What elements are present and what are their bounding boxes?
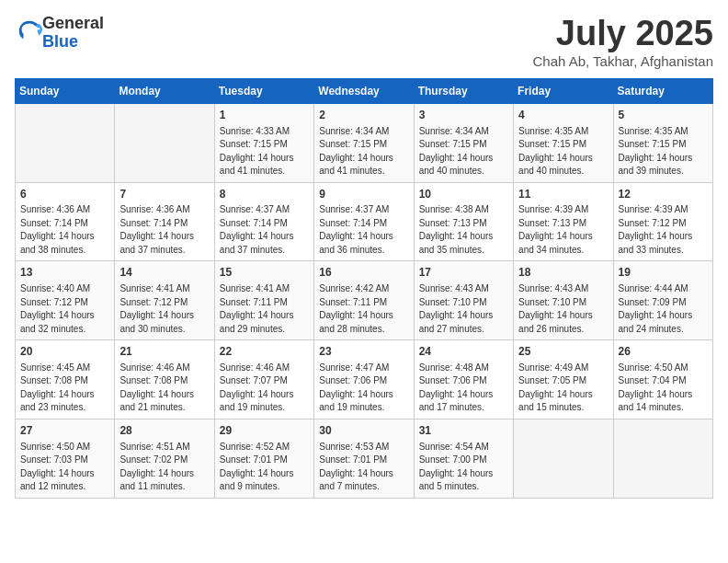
day-info: Sunrise: 4:50 AMSunset: 7:04 PMDaylight:… — [619, 362, 708, 415]
calendar-cell: 16Sunrise: 4:42 AMSunset: 7:11 PMDayligh… — [314, 261, 414, 340]
calendar-cell: 2Sunrise: 4:34 AMSunset: 7:15 PMDaylight… — [314, 103, 414, 182]
location-subtitle: Chah Ab, Takhar, Afghanistan — [532, 53, 713, 69]
day-info: Sunrise: 4:36 AMSunset: 7:14 PMDaylight:… — [119, 203, 209, 257]
calendar-cell: 21Sunrise: 4:46 AMSunset: 7:08 PMDayligh… — [115, 340, 214, 419]
day-number: 23 — [319, 344, 408, 360]
day-number: 12 — [619, 187, 708, 202]
calendar-cell: 17Sunrise: 4:43 AMSunset: 7:10 PMDayligh… — [414, 261, 513, 340]
day-info: Sunrise: 4:48 AMSunset: 7:06 PMDaylight:… — [419, 362, 508, 415]
calendar-week-row: 1Sunrise: 4:33 AMSunset: 7:15 PMDaylight… — [16, 103, 713, 182]
day-number: 18 — [518, 265, 608, 281]
calendar-cell — [115, 103, 214, 182]
day-info: Sunrise: 4:33 AMSunset: 7:15 PMDaylight:… — [220, 125, 309, 178]
calendar-cell: 27Sunrise: 4:50 AMSunset: 7:03 PMDayligh… — [16, 419, 115, 498]
day-number: 28 — [119, 423, 209, 439]
day-number: 20 — [20, 344, 109, 360]
calendar-cell: 18Sunrise: 4:43 AMSunset: 7:10 PMDayligh… — [514, 261, 613, 340]
day-number: 16 — [319, 265, 408, 281]
day-info: Sunrise: 4:37 AMSunset: 7:14 PMDaylight:… — [220, 203, 309, 257]
day-number: 22 — [220, 344, 309, 360]
day-number: 14 — [119, 265, 209, 281]
day-info: Sunrise: 4:40 AMSunset: 7:12 PMDaylight:… — [20, 282, 109, 336]
calendar-week-row: 13Sunrise: 4:40 AMSunset: 7:12 PMDayligh… — [16, 261, 713, 340]
calendar-cell: 10Sunrise: 4:38 AMSunset: 7:13 PMDayligh… — [414, 182, 513, 261]
day-info: Sunrise: 4:36 AMSunset: 7:14 PMDaylight:… — [20, 203, 109, 257]
calendar-cell — [16, 103, 115, 182]
calendar-cell: 11Sunrise: 4:39 AMSunset: 7:13 PMDayligh… — [514, 182, 613, 261]
logo-general-text: General — [42, 14, 104, 32]
logo-blue-text: Blue — [42, 32, 78, 51]
day-number: 2 — [319, 108, 408, 123]
day-number: 9 — [319, 187, 408, 202]
weekday-header: Tuesday — [214, 78, 313, 103]
calendar-week-row: 6Sunrise: 4:36 AMSunset: 7:14 PMDaylight… — [16, 182, 713, 261]
calendar-week-row: 27Sunrise: 4:50 AMSunset: 7:03 PMDayligh… — [16, 419, 713, 498]
calendar-cell: 26Sunrise: 4:50 AMSunset: 7:04 PMDayligh… — [613, 340, 712, 419]
day-number: 24 — [419, 344, 508, 360]
logo-icon — [17, 18, 42, 44]
calendar-cell: 29Sunrise: 4:52 AMSunset: 7:01 PMDayligh… — [214, 419, 313, 498]
weekday-header: Saturday — [613, 78, 712, 103]
day-number: 7 — [119, 187, 209, 202]
calendar-cell: 28Sunrise: 4:51 AMSunset: 7:02 PMDayligh… — [115, 419, 214, 498]
day-number: 29 — [220, 423, 309, 439]
day-number: 11 — [518, 187, 608, 202]
calendar-cell: 12Sunrise: 4:39 AMSunset: 7:12 PMDayligh… — [613, 182, 712, 261]
day-number: 8 — [220, 187, 309, 202]
calendar-cell: 6Sunrise: 4:36 AMSunset: 7:14 PMDaylight… — [16, 182, 115, 261]
day-info: Sunrise: 4:39 AMSunset: 7:12 PMDaylight:… — [619, 203, 708, 257]
calendar-cell: 8Sunrise: 4:37 AMSunset: 7:14 PMDaylight… — [214, 182, 313, 261]
calendar-week-row: 20Sunrise: 4:45 AMSunset: 7:08 PMDayligh… — [16, 340, 713, 419]
day-info: Sunrise: 4:35 AMSunset: 7:15 PMDaylight:… — [518, 125, 608, 178]
day-info: Sunrise: 4:44 AMSunset: 7:09 PMDaylight:… — [619, 282, 708, 336]
calendar-header-row: SundayMondayTuesdayWednesdayThursdayFrid… — [16, 78, 713, 103]
day-info: Sunrise: 4:42 AMSunset: 7:11 PMDaylight:… — [319, 282, 408, 336]
day-number: 3 — [419, 108, 508, 123]
calendar-cell — [514, 419, 613, 498]
day-number: 30 — [319, 423, 408, 439]
day-info: Sunrise: 4:38 AMSunset: 7:13 PMDaylight:… — [419, 203, 508, 257]
calendar-cell: 20Sunrise: 4:45 AMSunset: 7:08 PMDayligh… — [16, 340, 115, 419]
weekday-header: Monday — [115, 78, 214, 103]
day-info: Sunrise: 4:46 AMSunset: 7:07 PMDaylight:… — [220, 362, 309, 415]
day-number: 5 — [619, 108, 708, 123]
calendar-cell: 3Sunrise: 4:34 AMSunset: 7:15 PMDaylight… — [414, 103, 513, 182]
day-info: Sunrise: 4:45 AMSunset: 7:08 PMDaylight:… — [20, 362, 109, 415]
day-info: Sunrise: 4:46 AMSunset: 7:08 PMDaylight:… — [119, 362, 209, 415]
day-number: 26 — [619, 344, 708, 360]
day-info: Sunrise: 4:39 AMSunset: 7:13 PMDaylight:… — [518, 203, 608, 257]
calendar-cell — [613, 419, 712, 498]
day-number: 17 — [419, 265, 508, 281]
day-info: Sunrise: 4:41 AMSunset: 7:12 PMDaylight:… — [119, 282, 209, 336]
calendar-cell: 4Sunrise: 4:35 AMSunset: 7:15 PMDaylight… — [514, 103, 613, 182]
page-header: General Blue July 2025 Chah Ab, Takhar, … — [15, 15, 713, 69]
calendar-cell: 5Sunrise: 4:35 AMSunset: 7:15 PMDaylight… — [613, 103, 712, 182]
calendar-cell: 9Sunrise: 4:37 AMSunset: 7:14 PMDaylight… — [314, 182, 414, 261]
day-number: 6 — [20, 187, 109, 202]
calendar-cell: 14Sunrise: 4:41 AMSunset: 7:12 PMDayligh… — [115, 261, 214, 340]
day-info: Sunrise: 4:34 AMSunset: 7:15 PMDaylight:… — [419, 125, 508, 178]
weekday-header: Wednesday — [314, 78, 414, 103]
calendar-cell: 30Sunrise: 4:53 AMSunset: 7:01 PMDayligh… — [314, 419, 414, 498]
day-number: 10 — [419, 187, 508, 202]
day-number: 13 — [20, 265, 109, 281]
weekday-header: Thursday — [414, 78, 513, 103]
calendar-cell: 24Sunrise: 4:48 AMSunset: 7:06 PMDayligh… — [414, 340, 513, 419]
day-info: Sunrise: 4:50 AMSunset: 7:03 PMDaylight:… — [20, 441, 109, 494]
day-info: Sunrise: 4:52 AMSunset: 7:01 PMDaylight:… — [220, 441, 309, 494]
calendar-cell: 23Sunrise: 4:47 AMSunset: 7:06 PMDayligh… — [314, 340, 414, 419]
day-number: 4 — [518, 108, 608, 123]
day-info: Sunrise: 4:34 AMSunset: 7:15 PMDaylight:… — [319, 125, 408, 178]
day-info: Sunrise: 4:35 AMSunset: 7:15 PMDaylight:… — [619, 125, 708, 178]
calendar-cell: 7Sunrise: 4:36 AMSunset: 7:14 PMDaylight… — [115, 182, 214, 261]
day-number: 31 — [419, 423, 508, 439]
day-number: 25 — [518, 344, 608, 360]
calendar-cell: 25Sunrise: 4:49 AMSunset: 7:05 PMDayligh… — [514, 340, 613, 419]
calendar-cell: 15Sunrise: 4:41 AMSunset: 7:11 PMDayligh… — [214, 261, 313, 340]
month-title: July 2025 — [532, 15, 713, 53]
day-info: Sunrise: 4:41 AMSunset: 7:11 PMDaylight:… — [220, 282, 309, 336]
day-info: Sunrise: 4:54 AMSunset: 7:00 PMDaylight:… — [419, 441, 508, 494]
day-info: Sunrise: 4:43 AMSunset: 7:10 PMDaylight:… — [419, 282, 508, 336]
day-number: 21 — [119, 344, 209, 360]
title-block: July 2025 Chah Ab, Takhar, Afghanistan — [532, 15, 713, 69]
